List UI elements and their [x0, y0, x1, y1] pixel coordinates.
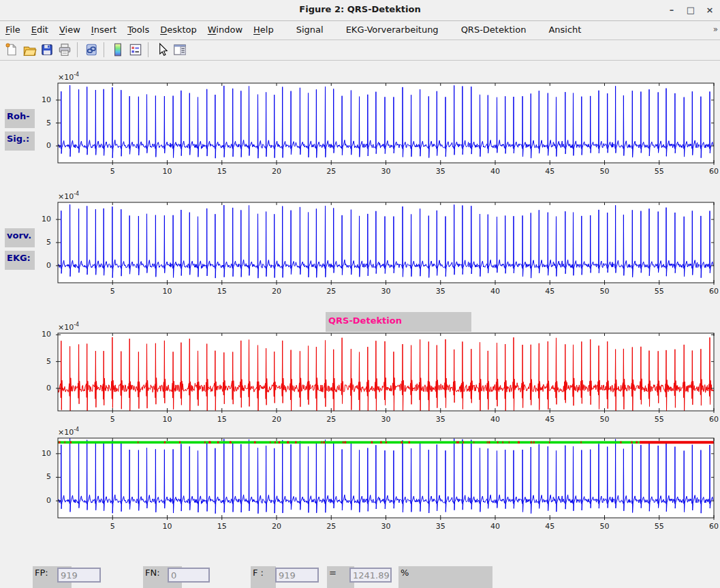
- open-file-icon[interactable]: [22, 42, 37, 57]
- x-tick-label: 25: [319, 167, 343, 176]
- titlebar[interactable]: Figure 2: QRS-Detektion – □ ×: [0, 0, 720, 21]
- y-tick-label: 10: [31, 449, 51, 458]
- menu-edit[interactable]: Edit: [26, 21, 54, 40]
- menu-signal[interactable]: Signal: [291, 21, 329, 40]
- f-label: F :: [251, 566, 276, 588]
- row-label-roh-signal-0: Roh-: [5, 109, 35, 128]
- save-figure-icon[interactable]: [40, 42, 54, 57]
- plot-tools-icon[interactable]: [172, 42, 187, 57]
- x-tick-label: 30: [375, 167, 398, 176]
- scale-exponent: -4: [74, 191, 79, 197]
- scale-mantissa: ×10: [58, 73, 74, 82]
- y-tick-label: 10: [31, 95, 51, 104]
- menu-help[interactable]: Help: [248, 21, 279, 40]
- x-tick-label: 30: [375, 415, 398, 424]
- x-tick-label: 10: [156, 415, 179, 424]
- x-tick-label: 5: [101, 522, 124, 531]
- x-tick-label: 50: [593, 415, 616, 424]
- y-tick-label: 0: [31, 496, 51, 505]
- toolbar-separator: [104, 42, 104, 57]
- x-tick-label: 5: [101, 167, 124, 176]
- scale-exponent: -4: [74, 72, 79, 78]
- x-tick-label: 25: [319, 287, 343, 296]
- menu-file[interactable]: File: [0, 21, 26, 40]
- x-tick-label: 15: [210, 522, 234, 531]
- window-title: Figure 2: QRS-Detektion: [0, 4, 720, 14]
- x-tick-label: 10: [156, 287, 179, 296]
- toolbar: [0, 40, 720, 61]
- link-plot-icon[interactable]: [84, 42, 99, 57]
- percent-label: %: [398, 566, 492, 588]
- axes-vorverarbeitetes-ekg[interactable]: [54, 198, 718, 287]
- menu-ekg-vorverarbeitung[interactable]: EKG-Vorverarbeitung: [341, 21, 444, 40]
- scale-mantissa: ×10: [58, 192, 74, 201]
- scale-mantissa: ×10: [58, 428, 74, 437]
- x-tick-label: 40: [484, 167, 507, 176]
- axes-detektions-ergebnis[interactable]: [54, 434, 718, 522]
- x-tick-label: 55: [648, 415, 671, 424]
- x-tick-label: 20: [265, 167, 288, 176]
- insert-legend-icon[interactable]: [128, 42, 143, 57]
- result-field[interactable]: [349, 568, 392, 583]
- y-tick-label: 10: [31, 215, 51, 223]
- x-tick-label: 10: [156, 167, 179, 176]
- fp-field[interactable]: [57, 568, 101, 583]
- y-scale-label: ×10-4: [58, 427, 79, 437]
- x-tick-label: 30: [375, 287, 398, 296]
- minimize-button[interactable]: –: [664, 3, 679, 17]
- maximize-button[interactable]: □: [683, 3, 698, 17]
- menu-qrs-detektion[interactable]: QRS-Detektion: [456, 21, 532, 40]
- menu-insert[interactable]: Insert: [86, 21, 122, 40]
- menu-overflow-icon[interactable]: »: [713, 25, 718, 34]
- x-tick-label: 20: [265, 522, 288, 531]
- alarm-segment: [640, 441, 714, 444]
- threshold-line: [58, 441, 640, 444]
- x-tick-label: 55: [648, 167, 671, 176]
- x-tick-label: 5: [101, 287, 124, 296]
- edit-plot-icon[interactable]: [155, 42, 170, 57]
- x-tick-label: 25: [319, 415, 343, 424]
- menu-tools[interactable]: Tools: [122, 21, 155, 40]
- figure-window: Figure 2: QRS-Detektion – □ × FileEditVi…: [0, 0, 720, 588]
- axes-roh-signal[interactable]: [54, 79, 718, 167]
- x-tick-label: 55: [648, 522, 671, 531]
- scale-exponent: -4: [74, 322, 79, 328]
- x-tick-label: 15: [210, 415, 234, 424]
- x-tick-label: 5: [101, 415, 124, 424]
- x-tick-label: 10: [156, 522, 179, 531]
- x-tick-label: 45: [538, 522, 561, 531]
- x-tick-label: 35: [429, 287, 452, 296]
- row-label-vorverarbeitetes-ekg-0: vorv.: [5, 228, 35, 247]
- x-tick-label: 35: [429, 415, 452, 424]
- scale-exponent: -4: [74, 427, 79, 433]
- x-tick-label: 50: [593, 167, 616, 176]
- menubar: FileEditViewInsertToolsDesktopWindowHelp…: [0, 21, 720, 40]
- axes-qrs-detektion[interactable]: [54, 329, 718, 415]
- x-tick-label: 45: [538, 415, 561, 424]
- close-button[interactable]: ×: [702, 3, 717, 17]
- menu-ansicht[interactable]: Ansicht: [543, 21, 586, 40]
- row-label-vorverarbeitetes-ekg-1: EKG:: [5, 251, 35, 270]
- plot-title: QRS-Detektion: [326, 312, 402, 326]
- plot-title-box: QRS-Detektion: [326, 312, 471, 332]
- x-tick-label: 60: [702, 287, 720, 296]
- menu-window[interactable]: Window: [202, 21, 248, 40]
- y-scale-label: ×10-4: [58, 322, 79, 332]
- x-tick-label: 35: [429, 522, 452, 531]
- x-tick-label: 60: [702, 167, 720, 176]
- insert-colorbar-icon[interactable]: [110, 42, 125, 57]
- menu-desktop[interactable]: Desktop: [155, 21, 202, 40]
- x-tick-label: 20: [265, 287, 288, 296]
- row-label-roh-signal-1: Sig.:: [5, 131, 35, 151]
- y-tick-label: 5: [31, 357, 51, 366]
- print-figure-icon[interactable]: [57, 42, 72, 57]
- new-figure-icon[interactable]: [4, 42, 19, 57]
- scale-mantissa: ×10: [58, 323, 74, 332]
- x-tick-label: 15: [210, 287, 234, 296]
- menu-view[interactable]: View: [54, 21, 86, 40]
- y-tick-label: 10: [31, 330, 51, 339]
- x-tick-label: 50: [593, 522, 616, 531]
- x-tick-label: 25: [319, 522, 343, 531]
- fn-field[interactable]: [168, 568, 210, 583]
- f-field[interactable]: [275, 568, 319, 583]
